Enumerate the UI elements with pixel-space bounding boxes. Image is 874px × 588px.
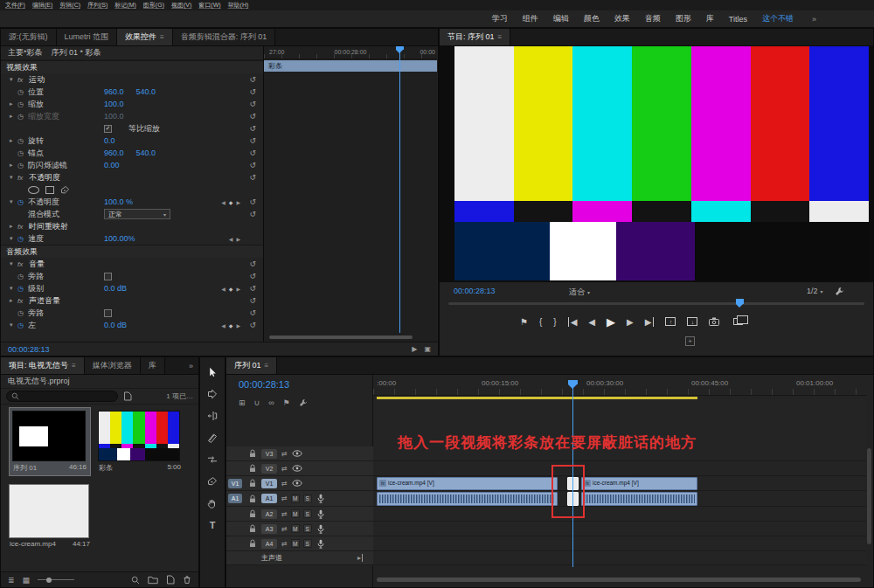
add-keyframe-icon[interactable]: ◆ [229,322,233,329]
reset-button[interactable]: ↺ [249,210,256,218]
stopwatch-icon[interactable]: ◷ [17,88,28,96]
menu-graphics[interactable]: 图形(G) [143,1,164,10]
item-name[interactable]: 彩条 [99,463,113,473]
twirl-icon[interactable]: ▸ [10,113,17,120]
tool-slip[interactable] [206,453,218,465]
mute-button[interactable]: M [291,539,300,548]
tab-media-browser[interactable]: 媒体浏览器 [85,357,141,374]
master-out-icon[interactable]: ▸ [357,554,363,562]
menu-window[interactable]: 窗口(W) [198,1,220,10]
item-name[interactable]: 序列 01 [13,463,37,473]
menu-sequence[interactable]: 序列(S) [87,1,108,10]
sync-lock-icon[interactable]: ⇄ [281,510,288,518]
track-name-badge[interactable]: V2 [261,464,277,474]
breadcrumb-clip[interactable]: 序列 01 * 彩条 [52,47,101,59]
project-item-color-bars[interactable]: 彩条5:00 [95,408,184,475]
sync-lock-icon[interactable]: ⇄ [281,540,288,548]
stopwatch-icon[interactable]: ◷ [17,149,28,157]
timeline-playhead-marker[interactable] [568,380,578,384]
reset-button[interactable]: ↺ [249,197,256,206]
step-back-button[interactable]: ◀ [588,317,595,327]
mini-horizontal-scrollbar[interactable] [269,336,413,339]
mute-button[interactable]: M [291,524,300,533]
antiflicker-value[interactable]: 0.00 [104,161,120,169]
solo-button[interactable]: S [303,539,312,548]
settings-wrench-icon[interactable] [835,287,844,296]
mark-out-button[interactable]: } [553,317,556,327]
tab-program-sequence[interactable]: 节目: 序列 01≡ [440,29,510,45]
track-name-badge[interactable]: V1 [261,479,277,488]
track-lock-icon[interactable] [248,509,257,518]
reset-button[interactable]: ↺ [249,272,256,280]
trash-icon[interactable] [183,575,191,585]
rect-mask-icon[interactable] [45,186,54,194]
level-value[interactable]: 0.0 dB [104,284,127,293]
track-lane-v2[interactable] [373,461,866,476]
menu-view[interactable]: 视图(V) [171,1,191,10]
reset-button[interactable]: ↺ [249,284,256,293]
track-lock-icon[interactable] [248,449,257,458]
prev-keyframe-icon[interactable]: ◀ [221,322,225,329]
track-name-badge[interactable]: A2 [261,509,277,519]
track-lane-a3[interactable] [373,522,866,536]
position-y-value[interactable]: 540.0 [136,87,156,96]
workspace-tab-assembly[interactable]: 组件 [523,13,538,24]
sequence-thumbnail[interactable] [12,411,86,461]
panel-menu-icon[interactable]: ≡ [72,362,76,370]
reset-button[interactable]: ↺ [249,321,256,329]
mute-button[interactable]: M [291,495,300,503]
reset-button[interactable]: ↺ [249,112,256,121]
stopwatch-icon[interactable]: ◷ [17,309,28,317]
tab-libraries[interactable]: 库 [141,357,165,374]
workspace-tab-custom[interactable]: 这个不错 [762,13,794,24]
twirl-icon[interactable]: ▸ [10,137,17,144]
reset-button[interactable]: ↺ [249,308,256,317]
timeline-vertical-scrollbar[interactable] [867,448,871,544]
solo-button[interactable]: S [303,495,312,503]
track-name-badge[interactable]: A1 [261,494,277,503]
sync-lock-icon[interactable]: ⇄ [281,480,288,488]
uniform-scale-checkbox[interactable]: ✓ [104,125,112,133]
tab-project[interactable]: 项目: 电视无信号≡ [1,357,85,374]
search-box[interactable] [6,391,118,402]
timeline-horizontal-scrollbar[interactable] [377,578,861,582]
track-lane-master[interactable] [373,551,866,565]
stopwatch-icon[interactable]: ◷ [17,137,28,145]
find-icon[interactable] [131,576,140,585]
track-lane-a1[interactable] [373,491,866,507]
speed-value[interactable]: 100.00% [104,234,135,243]
prev-keyframe-icon[interactable]: ◀ [229,236,233,242]
menu-help[interactable]: 帮助(H) [228,1,249,10]
next-keyframe-icon[interactable]: ▶ [236,286,240,292]
twirl-icon[interactable]: ▾ [10,76,17,83]
clip-ice-cream-video-2[interactable]: fxice-cream.mp4 [V] [581,477,697,490]
go-to-in-button[interactable]: ◀ [568,317,578,327]
twirl-icon[interactable]: ▸ [10,100,17,107]
fx-badge-icon[interactable]: fx [17,174,29,182]
tool-track-select[interactable] [206,388,218,399]
menu-edit[interactable]: 编辑(E) [32,1,52,10]
lift-button[interactable]: ↑ [665,317,676,326]
workspace-tab-audio[interactable]: 音频 [645,13,661,24]
new-search-bin-icon[interactable] [123,391,132,401]
tab-lumetri-scopes[interactable]: Lumetri 范围 [57,29,118,45]
twirl-icon[interactable]: ▾ [10,322,17,329]
export-frame-button[interactable] [709,317,719,326]
pen-mask-icon[interactable] [60,185,70,195]
sync-lock-icon[interactable]: ⇄ [281,495,288,502]
twirl-icon[interactable]: ▾ [10,174,17,181]
step-forward-button[interactable]: ▶ [627,317,634,327]
track-lock-icon[interactable] [248,539,257,548]
tab-audio-clip-mixer[interactable]: 音频剪辑混合器: 序列 01 [173,29,276,45]
source-patch-v1[interactable]: V1 [226,479,244,488]
snap-icon[interactable]: ∪ [254,398,260,407]
sync-lock-icon[interactable]: ⇄ [281,465,288,473]
fit-zoom-icon[interactable]: ▣ [424,345,431,353]
reset-button[interactable]: ↺ [249,124,256,133]
playback-resolution-dropdown[interactable]: 1/2▾ [807,287,823,295]
fx-badge-icon[interactable]: fx [17,260,29,268]
workspace-tab-effects[interactable]: 效果 [614,13,630,24]
nested-sequence-icon[interactable]: ⊞ [239,398,246,407]
button-editor-button[interactable]: + [685,336,695,346]
bypass-checkbox[interactable] [104,309,112,317]
